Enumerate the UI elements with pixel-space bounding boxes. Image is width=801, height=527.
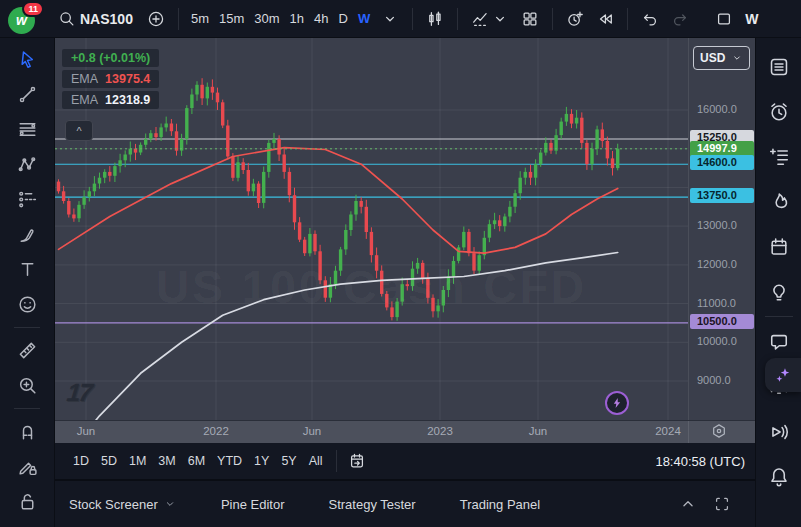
interval-button-30m[interactable]: 30m bbox=[249, 8, 284, 29]
legend-collapse-button[interactable]: ^ bbox=[65, 120, 93, 141]
axis-divider bbox=[688, 421, 689, 443]
compare-add-symbol-button[interactable] bbox=[141, 7, 171, 31]
replay-rewind-icon bbox=[596, 10, 614, 28]
chevron-up-icon bbox=[679, 495, 697, 513]
chart-pane[interactable]: US 100 Cash CFD 17 +0.8 (+0.01%) EMA 139… bbox=[55, 38, 688, 420]
range-button-1Y[interactable]: 1Y bbox=[248, 451, 275, 471]
chevron-down-icon bbox=[491, 10, 509, 28]
stay-in-drawing-mode-tool[interactable] bbox=[9, 449, 45, 484]
sidebar-item-notifications[interactable] bbox=[762, 454, 796, 499]
forecast-tool[interactable] bbox=[9, 182, 45, 217]
time-tick-label: Jun bbox=[77, 425, 96, 437]
tradingview-logo-watermark: 17 bbox=[65, 378, 92, 407]
range-button-YTD[interactable]: YTD bbox=[211, 451, 248, 471]
sidebar-item-journal[interactable] bbox=[762, 134, 796, 179]
range-button-1M[interactable]: 1M bbox=[123, 451, 152, 471]
app-logo[interactable]: w 11 bbox=[8, 4, 38, 34]
chart-legend: +0.8 (+0.01%) EMA 13975.4 EMA 12318.9 bbox=[62, 49, 159, 109]
time-tick-label: Jun bbox=[303, 425, 322, 437]
sidebar-item-ideas[interactable] bbox=[762, 269, 796, 314]
range-button-1D[interactable]: 1D bbox=[67, 451, 95, 471]
legend-ema2-row[interactable]: EMA 12318.9 bbox=[62, 91, 159, 109]
magnet-tool[interactable] bbox=[9, 414, 45, 449]
sidebar-item-alerts[interactable] bbox=[762, 89, 796, 134]
range-button-3M[interactable]: 3M bbox=[152, 451, 181, 471]
price-axis[interactable]: USD 16000.013000.012000.011000.010000.09… bbox=[688, 38, 755, 420]
time-axis[interactable]: Jun2022Jun2023Jun2024 bbox=[55, 420, 755, 443]
time-tick-label: 2022 bbox=[203, 425, 229, 437]
go-to-date-button[interactable] bbox=[348, 452, 366, 470]
interval-button-4h[interactable]: 4h bbox=[309, 8, 333, 29]
expand-panel-button[interactable] bbox=[679, 495, 697, 513]
text-tool[interactable] bbox=[9, 252, 45, 287]
sidebar-item-watchlist[interactable] bbox=[762, 44, 796, 89]
brush-tool[interactable] bbox=[9, 217, 45, 252]
interval-dropdown-button[interactable] bbox=[375, 7, 405, 31]
ema2-value: 12318.9 bbox=[105, 93, 150, 107]
price-tick-label: 13000.0 bbox=[697, 219, 737, 231]
chart-settings-gear-icon[interactable] bbox=[710, 422, 728, 440]
event-lightning-badge[interactable] bbox=[605, 391, 629, 415]
cursor-tool[interactable] bbox=[9, 42, 45, 77]
redo-arrow-icon bbox=[671, 10, 689, 28]
lightning-icon bbox=[610, 396, 624, 410]
level-price-label: 13750.0 bbox=[690, 188, 754, 203]
range-button-All[interactable]: All bbox=[303, 451, 329, 471]
notification-count-badge: 11 bbox=[22, 1, 44, 17]
alert-clock-plus-icon bbox=[566, 10, 584, 28]
panel-tab-strategy-tester[interactable]: Strategy Tester bbox=[328, 497, 415, 512]
sidebar-divider bbox=[765, 316, 793, 317]
panel-tab-trading-panel[interactable]: Trading Panel bbox=[460, 497, 540, 512]
layout-grid-button[interactable] bbox=[515, 7, 545, 31]
server-clock[interactable]: 18:40:58 (UTC) bbox=[655, 454, 755, 469]
currency-dropdown[interactable]: USD bbox=[693, 46, 750, 70]
redo-button[interactable] bbox=[665, 7, 695, 31]
ema1-value: 13975.4 bbox=[105, 72, 150, 86]
ai-assistant-badge[interactable] bbox=[765, 358, 801, 392]
symbol-search-button[interactable]: NAS100 bbox=[52, 7, 141, 31]
emoji-tool[interactable] bbox=[9, 287, 45, 322]
panel-tab-stock-screener[interactable]: Stock Screener bbox=[69, 497, 177, 512]
date-range-row: 1D5D1M3M6MYTD1Y5YAll 18:40:58 (UTC) bbox=[55, 443, 755, 479]
panel-tab-pine-editor[interactable]: Pine Editor bbox=[221, 497, 285, 512]
legend-change-row[interactable]: +0.8 (+0.01%) bbox=[62, 49, 159, 67]
range-button-5D[interactable]: 5D bbox=[95, 451, 123, 471]
range-button-6M[interactable]: 6M bbox=[182, 451, 211, 471]
right-sidebar bbox=[755, 38, 801, 527]
search-icon bbox=[58, 10, 76, 28]
undo-arrow-icon bbox=[641, 10, 659, 28]
symbol-name: NAS100 bbox=[80, 11, 133, 27]
toolbar-separator bbox=[336, 450, 337, 472]
legend-ema1-row[interactable]: EMA 13975.4 bbox=[62, 70, 159, 88]
pattern-xabcd-tool[interactable] bbox=[9, 147, 45, 182]
measure-ruler-tool[interactable] bbox=[9, 333, 45, 368]
interval-button-1h[interactable]: 1h bbox=[285, 8, 309, 29]
sidebar-item-calendar[interactable] bbox=[762, 224, 796, 269]
bar-replay-button[interactable] bbox=[590, 7, 620, 31]
interval-button-15m[interactable]: 15m bbox=[214, 8, 249, 29]
plus-circle-icon bbox=[147, 10, 165, 28]
interval-button-5m[interactable]: 5m bbox=[186, 8, 214, 29]
chart-style-button[interactable] bbox=[420, 7, 450, 31]
clipped-label: W bbox=[745, 11, 758, 27]
indicators-icon bbox=[471, 10, 489, 28]
trend-line-tool[interactable] bbox=[9, 77, 45, 112]
create-alert-button[interactable] bbox=[560, 7, 590, 31]
drawing-toolbar bbox=[0, 38, 55, 527]
sidebar-item-hotlists[interactable] bbox=[762, 179, 796, 224]
maximize-panel-button[interactable] bbox=[713, 495, 731, 513]
lock-all-drawings-tool[interactable] bbox=[9, 484, 45, 519]
interval-button-W[interactable]: W bbox=[353, 8, 375, 29]
bottom-panel: Stock ScreenerPine EditorStrategy Tester… bbox=[55, 479, 755, 527]
square-outline-icon bbox=[715, 10, 733, 28]
indicators-button[interactable] bbox=[465, 7, 515, 31]
range-button-5Y[interactable]: 5Y bbox=[275, 451, 302, 471]
symbol-change-value: +0.8 (+0.01%) bbox=[71, 51, 150, 65]
sidebar-item-streams[interactable] bbox=[762, 409, 796, 454]
undo-button[interactable] bbox=[635, 7, 665, 31]
fib-retracement-tool[interactable] bbox=[9, 112, 45, 147]
snapshot-button[interactable] bbox=[709, 7, 739, 31]
interval-button-D[interactable]: D bbox=[334, 8, 353, 29]
zoom-in-tool[interactable] bbox=[9, 368, 45, 403]
toolbar-separator bbox=[412, 8, 413, 30]
